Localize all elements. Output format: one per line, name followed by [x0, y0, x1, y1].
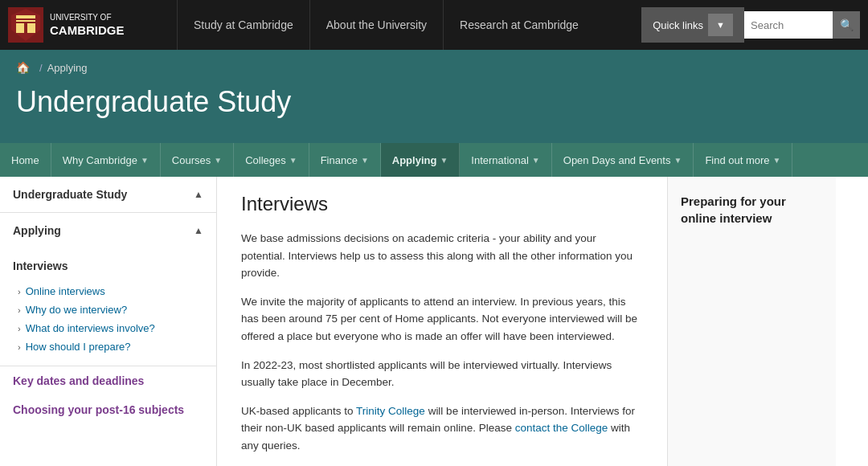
logo-text: UNIVERSITY OF CAMBRIDGE [50, 12, 125, 39]
sec-nav-why-cambridge[interactable]: Why Cambridge ▼ [51, 143, 161, 177]
sidebar-section-applying: Applying ▲ Interviews › Online interview… [0, 213, 216, 366]
list-item: › What do interviews involve? [0, 319, 216, 337]
sidebar-undergrad-arrow-icon: ▲ [194, 189, 203, 200]
colleges-dropdown-icon: ▼ [289, 156, 297, 165]
sec-nav-colleges[interactable]: Colleges ▼ [234, 143, 309, 177]
sidebar-post16: Choosing your post-16 subjects [0, 395, 216, 424]
article-para-1: We base admissions decisions on academic… [241, 230, 643, 282]
hero-section: 🏠 / Applying Undergraduate Study [0, 50, 868, 143]
svg-rect-5 [27, 23, 35, 33]
sidebar-current-section: Interviews [0, 248, 216, 279]
sidebar-post16-link[interactable]: Choosing your post-16 subjects [13, 403, 184, 416]
sidebar-link-how-prepare[interactable]: How should I prepare? [26, 341, 131, 353]
main-content: Undergraduate Study ▲ Applying ▲ Intervi… [0, 177, 868, 466]
breadcrumb-separator: / [39, 62, 43, 74]
chevron-right-icon: › [18, 305, 21, 315]
chevron-right-icon: › [18, 342, 21, 352]
sec-nav-open-days[interactable]: Open Days and Events ▼ [552, 143, 694, 177]
sidebar-key-dates: Key dates and deadlines [0, 366, 216, 395]
trinity-college-link[interactable]: Trinity College [356, 405, 425, 417]
sidebar-key-dates-link[interactable]: Key dates and deadlines [13, 374, 144, 387]
contact-college-link[interactable]: contact the College [515, 422, 608, 434]
quick-links-button[interactable]: Quick links ▼ [641, 7, 744, 43]
sidebar-undergrad-header[interactable]: Undergraduate Study ▲ [0, 177, 216, 212]
sidebar-link-why-interview[interactable]: Why do we interview? [26, 304, 127, 316]
article-content: Interviews We base admissions decisions … [217, 177, 667, 466]
list-item: › How should I prepare? [0, 337, 216, 356]
sidebar-links-list: › Online interviews › Why do we intervie… [0, 279, 216, 366]
quick-links-label: Quick links [653, 19, 703, 31]
international-dropdown-icon: ▼ [532, 156, 540, 165]
quick-links-area: Quick links ▼ 🔍 [641, 7, 860, 43]
sec-nav-courses[interactable]: Courses ▼ [161, 143, 234, 177]
article-para-4: UK-based applicants to Trinity College w… [241, 403, 643, 455]
finance-dropdown-icon: ▼ [361, 156, 369, 165]
sec-nav-applying[interactable]: Applying ▼ [381, 143, 461, 177]
svg-rect-2 [16, 15, 35, 18]
article-para-3: In 2022-23, most shortlisted applicants … [241, 357, 643, 391]
why-cambridge-dropdown-icon: ▼ [141, 156, 149, 165]
breadcrumb-current: Applying [47, 62, 88, 74]
breadcrumb: 🏠 / Applying [16, 61, 852, 74]
nav-research[interactable]: Research at Cambridge [443, 0, 595, 50]
chevron-right-icon: › [18, 287, 21, 296]
courses-dropdown-icon: ▼ [214, 156, 222, 165]
nav-study[interactable]: Study at Cambridge [177, 0, 309, 50]
search-area: 🔍 [744, 11, 860, 39]
search-button[interactable]: 🔍 [833, 11, 860, 39]
logo-area[interactable]: UNIVERSITY OF CAMBRIDGE [8, 7, 169, 43]
sec-nav-home[interactable]: Home [0, 143, 51, 177]
find-out-more-dropdown-icon: ▼ [773, 156, 781, 165]
sidebar: Undergraduate Study ▲ Applying ▲ Intervi… [0, 177, 217, 466]
article-title: Interviews [241, 193, 643, 215]
right-panel: Preparing for your online interview [667, 177, 836, 466]
cambridge-shield-icon [8, 7, 43, 43]
breadcrumb-home-icon[interactable]: 🏠 [16, 61, 30, 74]
top-navigation: UNIVERSITY OF CAMBRIDGE Study at Cambrid… [0, 0, 868, 50]
nav-about[interactable]: About the University [309, 0, 443, 50]
sidebar-link-online-interviews[interactable]: Online interviews [26, 285, 105, 297]
quick-links-chevron-icon: ▼ [708, 14, 733, 36]
applying-dropdown-icon: ▼ [440, 156, 448, 165]
page-title: Undergraduate Study [16, 85, 852, 119]
sidebar-applying-label: Applying [13, 224, 61, 237]
top-nav-links: Study at Cambridge About the University … [177, 0, 641, 50]
search-icon: 🔍 [840, 18, 854, 31]
sidebar-applying-arrow-icon: ▲ [194, 225, 203, 236]
open-days-dropdown-icon: ▼ [674, 156, 682, 165]
list-item: › Why do we interview? [0, 300, 216, 319]
svg-rect-3 [16, 20, 35, 22]
svg-rect-4 [16, 23, 24, 33]
sidebar-link-what-involve[interactable]: What do interviews involve? [26, 322, 155, 334]
search-input[interactable] [744, 11, 833, 39]
list-item: › Online interviews [0, 282, 216, 300]
secondary-navigation: Home Why Cambridge ▼ Courses ▼ Colleges … [0, 143, 868, 177]
sidebar-undergrad-label: Undergraduate Study [13, 188, 127, 201]
sec-nav-international[interactable]: International ▼ [460, 143, 551, 177]
article-para-2: We invite the majority of applicants to … [241, 293, 643, 345]
right-panel-title: Preparing for your online interview [681, 193, 823, 227]
chevron-right-icon: › [18, 324, 21, 333]
sec-nav-find-out-more[interactable]: Find out more ▼ [694, 143, 792, 177]
sec-nav-finance[interactable]: Finance ▼ [309, 143, 381, 177]
sidebar-applying-header[interactable]: Applying ▲ [0, 213, 216, 248]
sidebar-section-undergraduate: Undergraduate Study ▲ [0, 177, 216, 213]
